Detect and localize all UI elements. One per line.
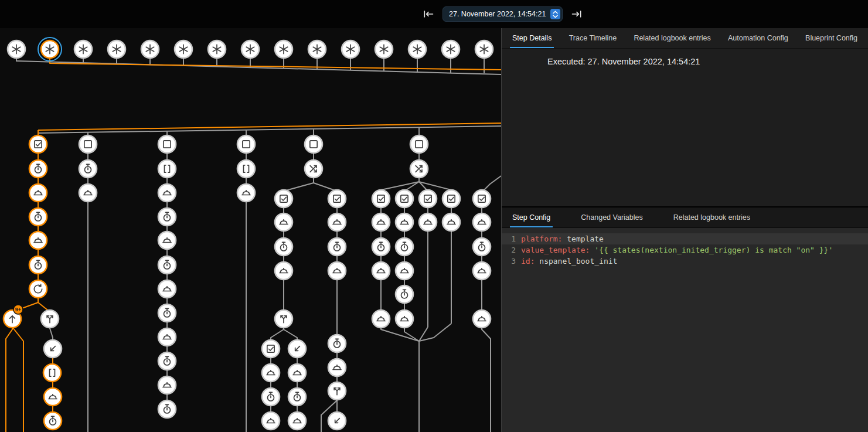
trace-node-asterisk[interactable]: [442, 40, 459, 58]
trace-node-bell[interactable]: [275, 213, 292, 231]
trace-node-arrow-decision[interactable]: [328, 382, 346, 400]
tab-automation-config[interactable]: Automation Config: [726, 28, 791, 48]
trace-node-asterisk[interactable]: [141, 40, 159, 58]
trace-node-checkbox[interactable]: [372, 190, 390, 208]
trace-node-timer[interactable]: [158, 304, 176, 322]
trace-node-timer[interactable]: [29, 160, 47, 178]
trace-node-bell[interactable]: [237, 184, 255, 202]
trace-node-bell[interactable]: [288, 412, 306, 430]
trace-node-timer[interactable]: [372, 238, 390, 256]
trace-node-asterisk[interactable]: [475, 40, 493, 58]
trace-node-bell[interactable]: [473, 310, 491, 328]
trace-node-bell[interactable]: [79, 184, 97, 202]
trace-node-asterisk[interactable]: [308, 40, 326, 58]
trace-node-bell[interactable]: [328, 262, 346, 280]
trace-node-checkbox[interactable]: [29, 135, 47, 153]
tab-blueprint-config[interactable]: Blueprint Config: [803, 28, 860, 48]
trace-node-checkbox[interactable]: [262, 340, 280, 358]
trace-node-timer[interactable]: [158, 256, 176, 274]
trace-node-bell[interactable]: [396, 213, 413, 231]
trace-node-choose[interactable]: [305, 160, 322, 178]
trace-node-asterisk[interactable]: [74, 40, 92, 58]
trace-node-asterisk[interactable]: [208, 40, 226, 58]
trace-node-asterisk[interactable]: [375, 40, 393, 58]
trace-node-square[interactable]: [305, 135, 322, 153]
trace-node-timer[interactable]: [158, 400, 176, 418]
trace-node-timer[interactable]: [44, 412, 62, 430]
trace-node-asterisk[interactable]: [342, 40, 359, 58]
trace-node-bell[interactable]: [158, 232, 176, 249]
trace-node-arrow-down-left[interactable]: [328, 412, 346, 430]
trace-node-asterisk[interactable]: [108, 40, 125, 58]
trace-node-bell[interactable]: [158, 280, 176, 298]
trace-node-bell[interactable]: [473, 213, 491, 231]
trace-node-timer[interactable]: [158, 352, 176, 370]
trace-node-asterisk[interactable]: [8, 40, 25, 58]
trace-node-checkbox[interactable]: [419, 190, 437, 208]
trace-node-timer[interactable]: [158, 208, 176, 226]
trace-node-checkbox[interactable]: [473, 190, 491, 208]
trace-node-arrow-down-left[interactable]: [44, 340, 62, 358]
previous-run-button[interactable]: [422, 8, 435, 21]
trace-node-timer[interactable]: [473, 238, 491, 256]
trace-node-bell[interactable]: [372, 262, 390, 280]
tab-step-config[interactable]: Step Config: [510, 208, 553, 227]
trace-node-bell[interactable]: [158, 328, 176, 346]
trace-node-bell[interactable]: [262, 364, 280, 382]
trace-node-bell[interactable]: [473, 262, 491, 280]
trace-node-bell[interactable]: [262, 412, 280, 430]
trace-node-bell[interactable]: [29, 232, 47, 249]
trace-node-arrow-down-left[interactable]: [288, 340, 306, 358]
trace-node-checkbox[interactable]: [275, 190, 292, 208]
trace-node-brackets[interactable]: [43, 364, 61, 382]
trace-node-bell[interactable]: [372, 213, 390, 231]
trace-node-square[interactable]: [158, 135, 176, 153]
trace-node-bell[interactable]: [288, 364, 306, 382]
tab-trace-timeline[interactable]: Trace Timeline: [567, 28, 619, 48]
trace-node-asterisk[interactable]: [409, 40, 426, 58]
trace-node-timer[interactable]: [288, 388, 306, 406]
trace-node-bell[interactable]: [328, 213, 346, 231]
trace-node-asterisk[interactable]: [275, 40, 292, 58]
trace-node-asterisk[interactable]: [38, 38, 62, 61]
trace-node-square[interactable]: [410, 135, 428, 153]
trace-node-timer[interactable]: [396, 238, 413, 256]
trace-node-checkbox[interactable]: [442, 190, 460, 208]
trace-node-timer[interactable]: [396, 285, 413, 303]
tab-changed-variables[interactable]: Changed Variables: [578, 208, 645, 227]
trace-node-brackets[interactable]: [237, 160, 255, 178]
trace-node-timer[interactable]: [262, 388, 280, 406]
trace-node-asterisk[interactable]: [175, 40, 192, 58]
tab-related-logbook-entries[interactable]: Related logbook entries: [631, 28, 713, 48]
trace-node-bell[interactable]: [328, 359, 346, 376]
trace-node-bell[interactable]: [442, 213, 460, 231]
trace-node-timer[interactable]: [275, 238, 292, 256]
trace-node-checkbox[interactable]: [328, 190, 346, 208]
tab-related-logbook-entries[interactable]: Related logbook entries: [671, 208, 753, 227]
trace-node-bell[interactable]: [44, 388, 62, 406]
trace-node-timer[interactable]: [29, 256, 47, 274]
trace-node-choose[interactable]: [410, 160, 428, 178]
trace-run-select[interactable]: 27. November 2022, 14:54:21: [442, 6, 563, 22]
trace-node-bell[interactable]: [29, 184, 47, 202]
trace-node-bell[interactable]: [372, 310, 390, 328]
trace-node-bell[interactable]: [275, 262, 292, 280]
trace-node-bell[interactable]: [419, 213, 437, 231]
trace-node-bell[interactable]: [396, 262, 413, 280]
trace-node-bell[interactable]: [158, 376, 176, 394]
trace-node-arrow-decision[interactable]: [275, 310, 292, 328]
trace-node-asterisk[interactable]: [241, 40, 259, 58]
next-run-button[interactable]: [570, 8, 583, 21]
trace-node-square[interactable]: [79, 135, 97, 153]
trace-node-checkbox[interactable]: [396, 190, 413, 208]
trace-node-timer[interactable]: [328, 335, 346, 352]
tab-step-details[interactable]: Step Details: [510, 28, 554, 48]
trace-node-brackets[interactable]: [158, 160, 176, 178]
trace-node-bell[interactable]: [396, 310, 413, 328]
trace-node-timer[interactable]: [79, 160, 97, 178]
trace-node-arrow-decision[interactable]: [41, 310, 59, 328]
trace-node-repeat[interactable]: [29, 280, 47, 298]
trace-node-timer[interactable]: [29, 208, 47, 226]
trace-node-square[interactable]: [237, 135, 255, 153]
trace-node-bell[interactable]: [158, 184, 176, 202]
